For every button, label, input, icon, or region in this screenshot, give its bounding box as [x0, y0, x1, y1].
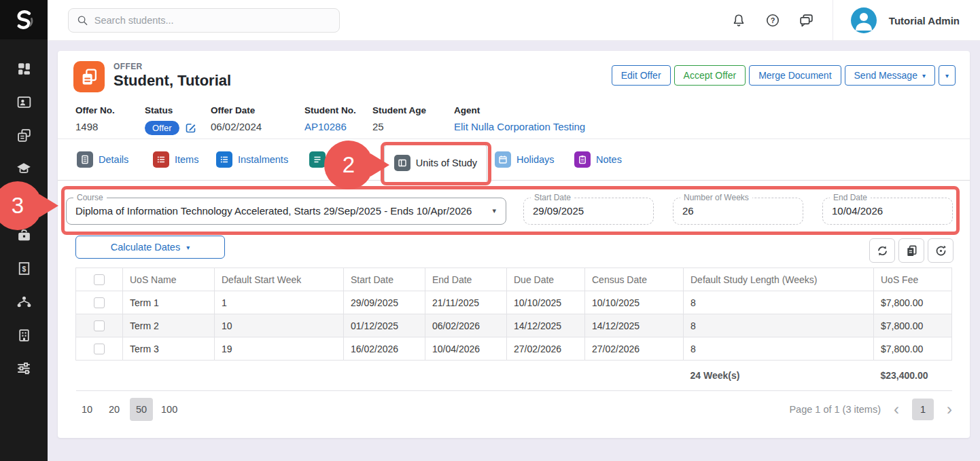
col-default-start-week: Default Start Week: [215, 268, 344, 291]
holidays-icon: [495, 151, 511, 168]
status-badge: Offer: [145, 121, 179, 135]
notes-icon: [574, 151, 591, 168]
building-icon: [16, 327, 32, 343]
col-start-date: Start Date: [344, 268, 425, 291]
more-actions-button[interactable]: ▾: [939, 65, 956, 86]
tab-instalments[interactable]: Instalments: [216, 151, 288, 168]
chevron-down-icon: ▾: [922, 72, 926, 79]
sidebar-item-students[interactable]: [0, 90, 48, 114]
offers-icon: [16, 128, 32, 143]
copy-button[interactable]: [898, 238, 924, 263]
offer-type-icon: [73, 61, 105, 92]
end-date-field: End Date 10/04/2026: [822, 198, 953, 225]
page-size-100[interactable]: 100: [157, 398, 181, 421]
students-icon: [16, 94, 32, 110]
app-logo-icon[interactable]: [0, 0, 48, 39]
col-due-date: Due Date: [507, 268, 585, 291]
col-census-date: Census Date: [585, 268, 684, 291]
details-icon: [77, 151, 93, 168]
sidebar-item-agents[interactable]: [0, 223, 48, 247]
offer-actions: Edit Offer Accept Offer Merge Document S…: [612, 65, 956, 86]
sidebar-item-settings[interactable]: [0, 356, 48, 380]
sidebar: $: [0, 0, 48, 461]
total-weeks: 24 Week(s): [684, 361, 874, 391]
total-fee: $23,400.00: [874, 361, 952, 391]
table-row: Term 2 10 01/12/2025 06/02/2026 14/12/20…: [76, 314, 952, 337]
select-all-checkbox[interactable]: [94, 274, 105, 285]
course-value: Diploma of Information Technology Accele…: [67, 198, 506, 217]
brand-swirl-icon: [10, 6, 37, 33]
page-size-20[interactable]: 20: [103, 398, 126, 421]
page-size-10[interactable]: 10: [75, 398, 99, 421]
search-icon: [77, 14, 88, 26]
pagination: 10 20 50 100 Page 1 of 1 (3 items) ‹ 1 ›: [75, 396, 953, 423]
offer-card: OFFER Student, Tutorial Edit Offer Accep…: [58, 51, 970, 438]
table-row: Term 3 19 16/02/2026 10/04/2026 27/02/20…: [76, 337, 952, 361]
sidebar-item-offers[interactable]: [0, 123, 48, 147]
row-checkbox[interactable]: [94, 344, 105, 354]
col-study-length: Default Study Length (Weeks): [684, 268, 874, 291]
offer-tabs: Details Items Instalments: [58, 139, 970, 181]
sidebar-item-dashboard[interactable]: [0, 56, 48, 81]
tab-holidays[interactable]: Holidays: [495, 151, 555, 168]
merge-document-button[interactable]: Merge Document: [749, 65, 841, 86]
search-input[interactable]: [94, 15, 331, 26]
sidebar-item-courses[interactable]: [0, 156, 48, 181]
invoice-dollar-icon: $: [16, 261, 32, 276]
row-checkbox[interactable]: [94, 297, 105, 308]
student-no-link[interactable]: AP10286: [304, 121, 356, 132]
tab-items[interactable]: Items: [153, 151, 198, 168]
table-totals-row: 24 Week(s) $23,400.00: [76, 361, 952, 391]
chevron-down-icon: ▾: [186, 244, 190, 251]
course-select[interactable]: Course Diploma of Information Technology…: [66, 198, 506, 225]
sliders-icon: [16, 360, 32, 376]
edit-status-icon[interactable]: [185, 122, 196, 134]
tab-units-of-study[interactable]: Units of Study: [384, 143, 487, 181]
refresh-button[interactable]: [869, 238, 895, 263]
chevron-down-icon: ▾: [492, 206, 496, 215]
current-page-button[interactable]: 1: [912, 399, 934, 420]
history-button[interactable]: [928, 238, 953, 263]
page-size-50[interactable]: 50: [130, 398, 153, 421]
chevron-down-icon: ▾: [945, 72, 949, 79]
table-header-row: UoS Name Default Start Week Start Date E…: [76, 268, 952, 291]
offer-meta-row: Offer No. 1498 Status Offer Offer Date 0…: [58, 100, 970, 139]
workflow-icon: [16, 294, 32, 310]
agent-link[interactable]: Elit Nulla Corporation Testing: [454, 121, 585, 132]
topbar: ? Tutorial Admin: [48, 0, 980, 41]
row-checkbox[interactable]: [94, 320, 105, 331]
sidebar-item-workflow[interactable]: [0, 289, 48, 314]
offer-document-icon: [80, 68, 99, 86]
messages-button[interactable]: [799, 12, 815, 29]
tab-payments-partially-hidden[interactable]: [309, 151, 326, 168]
briefcase-icon: [16, 227, 32, 243]
sidebar-item-finance[interactable]: $: [0, 256, 48, 280]
refresh-icon: [876, 244, 889, 257]
items-icon: [153, 151, 169, 168]
search-box[interactable]: [68, 8, 340, 33]
user-menu[interactable]: Tutorial Admin: [851, 7, 960, 33]
next-page-icon[interactable]: ›: [945, 401, 953, 418]
calculate-dates-button[interactable]: Calculate Dates▾: [75, 236, 225, 259]
notifications-button[interactable]: [731, 12, 747, 29]
meta-offer-date: Offer Date 06/02/2024: [211, 105, 262, 132]
chat-icon: [799, 13, 814, 29]
edit-offer-button[interactable]: Edit Offer: [612, 65, 671, 86]
help-icon: ?: [765, 13, 780, 28]
prev-page-icon[interactable]: ‹: [892, 401, 900, 418]
meta-agent: Agent Elit Nulla Corporation Testing: [454, 105, 585, 132]
hidden-tab-icon: [309, 151, 326, 168]
tab-details[interactable]: Details: [77, 151, 128, 168]
page-size-selector: 10 20 50 100: [75, 398, 181, 421]
help-button[interactable]: ?: [765, 12, 781, 29]
sidebar-item-organisation[interactable]: [0, 322, 48, 347]
page: $ ?: [0, 0, 980, 461]
send-message-button[interactable]: Send Message▾: [845, 65, 935, 86]
svg-text:?: ?: [770, 16, 775, 24]
meta-offer-no: Offer No. 1498: [75, 105, 115, 132]
col-end-date: End Date: [425, 268, 507, 291]
tab-notes[interactable]: Notes: [574, 151, 622, 168]
accept-offer-button[interactable]: Accept Offer: [674, 65, 746, 86]
table-row: Term 1 1 29/09/2025 21/11/2025 10/10/202…: [76, 291, 952, 314]
meta-status: Status Offer: [145, 105, 196, 135]
